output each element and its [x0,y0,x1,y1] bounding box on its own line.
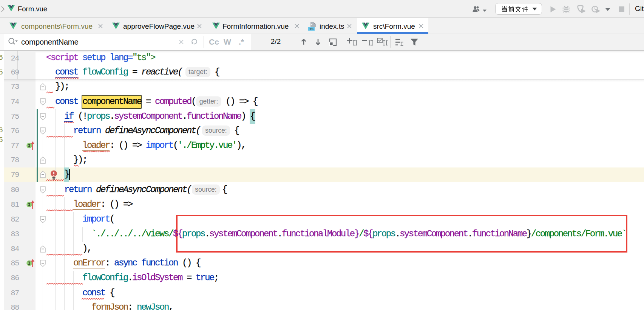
svg-text:TS: TS [309,27,314,31]
